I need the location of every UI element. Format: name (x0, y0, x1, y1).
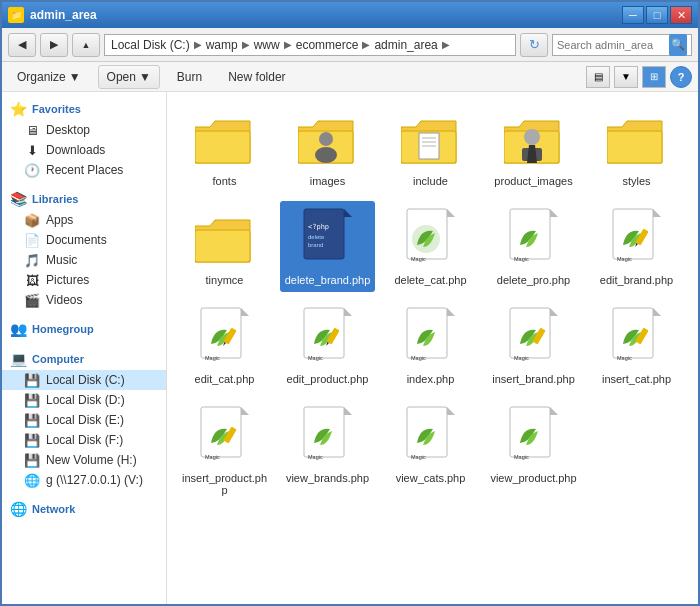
svg-text:Magic: Magic (308, 454, 323, 460)
search-input[interactable] (557, 39, 665, 51)
folder-icon-product-images (502, 108, 566, 172)
svg-marker-83 (550, 407, 558, 415)
svg-rect-1 (195, 131, 250, 163)
sidebar-item-recent[interactable]: 🕐 Recent Places (2, 160, 166, 180)
file-name-delete-brand: delete_brand.php (285, 274, 371, 286)
app-icon: 📁 (8, 7, 24, 23)
file-item-delete-pro[interactable]: Magic delete_pro.php (486, 201, 581, 292)
view-button-2[interactable]: ⊞ (642, 66, 666, 88)
sidebar-item-network-v[interactable]: 🌐 g (\\127.0.0.1) (V:) (2, 470, 166, 490)
sidebar-item-local-d[interactable]: 💾 Local Disk (D:) (2, 390, 166, 410)
help-button[interactable]: ? (670, 66, 692, 88)
sidebar-item-music[interactable]: 🎵 Music (2, 250, 166, 270)
sidebar-item-desktop[interactable]: 🖥 Desktop (2, 120, 166, 140)
php-icon-view-cats: Magic (399, 405, 463, 469)
sidebar-item-apps[interactable]: 📦 Apps (2, 210, 166, 230)
computer-header[interactable]: 💻 Computer (2, 348, 166, 370)
svg-marker-38 (653, 209, 661, 217)
file-name-tinymce: tinymce (206, 274, 244, 286)
php-icon-edit-cat: Magic (193, 306, 257, 370)
close-button[interactable]: ✕ (670, 6, 692, 24)
php-icon-insert-brand: Magic (502, 306, 566, 370)
file-item-product-images[interactable]: product_images (486, 102, 581, 193)
file-item-insert-brand[interactable]: Magic insert_brand.php (486, 300, 581, 391)
sidebar-item-downloads[interactable]: ⬇ Downloads (2, 140, 166, 160)
file-item-delete-cat[interactable]: Magic delete_cat.php (383, 201, 478, 292)
organize-button[interactable]: Organize ▼ (8, 65, 90, 89)
title-bar: 📁 admin_area ─ □ ✕ (2, 2, 698, 28)
search-box[interactable]: 🔍 (552, 34, 692, 56)
file-item-view-brands[interactable]: Magic view_brands.php (280, 399, 375, 502)
php-icon-delete-cat: Magic (399, 207, 463, 271)
file-item-fonts[interactable]: fonts (177, 102, 272, 193)
sidebar-item-local-c[interactable]: 💾 Local Disk (C:) (2, 370, 166, 390)
svg-text:Magic: Magic (308, 355, 323, 361)
favorites-header[interactable]: ⭐ Favorites (2, 98, 166, 120)
file-item-edit-cat[interactable]: Magic edit_cat.php (177, 300, 272, 391)
file-item-edit-product[interactable]: Magic edit_product.php (280, 300, 375, 391)
file-item-index[interactable]: Magic index.php (383, 300, 478, 391)
sidebar-item-local-f[interactable]: 💾 Local Disk (F:) (2, 430, 166, 450)
sidebar: ⭐ Favorites 🖥 Desktop ⬇ Downloads 🕐 Rece… (2, 92, 167, 606)
forward-button[interactable]: ▶ (40, 33, 68, 57)
up-button[interactable]: ▲ (72, 33, 100, 57)
svg-marker-44 (241, 308, 249, 316)
file-item-insert-cat[interactable]: Magic insert_cat.php (589, 300, 684, 391)
svg-marker-56 (447, 308, 455, 316)
file-content-area: fonts images (167, 92, 698, 606)
svg-marker-23 (344, 209, 352, 217)
file-item-insert-product[interactable]: Magic insert_product.php (177, 399, 272, 502)
maximize-button[interactable]: □ (646, 6, 668, 24)
file-item-delete-brand[interactable]: <?php delete brand delete_brand.php (280, 201, 375, 292)
file-item-tinymce[interactable]: tinymce (177, 201, 272, 292)
view-button-1[interactable]: ▤ (586, 66, 610, 88)
homegroup-header[interactable]: 👥 Homegroup (2, 318, 166, 340)
path-www: www (254, 38, 280, 52)
minimize-button[interactable]: ─ (622, 6, 644, 24)
path-c: Local Disk (C:) (111, 38, 190, 52)
view-dropdown-button[interactable]: ▼ (614, 66, 638, 88)
file-item-edit-brand[interactable]: Magic edit_brand.php (589, 201, 684, 292)
back-button[interactable]: ◀ (8, 33, 36, 57)
sidebar-item-volume-h[interactable]: 💾 New Volume (H:) (2, 450, 166, 470)
burn-button[interactable]: Burn (168, 65, 211, 89)
window-title: admin_area (30, 8, 97, 22)
svg-marker-50 (344, 308, 352, 316)
file-item-include[interactable]: include (383, 102, 478, 193)
network-header[interactable]: 🌐 Network (2, 498, 166, 520)
new-folder-button[interactable]: New folder (219, 65, 294, 89)
disk-c-icon: 💾 (24, 372, 40, 388)
php-icon-edit-product: Magic (296, 306, 360, 370)
address-path[interactable]: Local Disk (C:) ▶ wamp ▶ www ▶ ecommerce… (104, 34, 516, 56)
computer-section: 💻 Computer 💾 Local Disk (C:) 💾 Local Dis… (2, 348, 166, 490)
refresh-button[interactable]: ↻ (520, 33, 548, 57)
organize-chevron-icon: ▼ (69, 70, 81, 84)
title-bar-controls[interactable]: ─ □ ✕ (622, 6, 692, 24)
file-item-images[interactable]: images (280, 102, 375, 193)
search-button[interactable]: 🔍 (669, 34, 687, 56)
svg-marker-65 (653, 308, 661, 316)
php-icon-delete-pro: Magic (502, 207, 566, 271)
pictures-icon: 🖼 (24, 272, 40, 288)
file-name-view-cats: view_cats.php (396, 472, 466, 484)
toolbar: Organize ▼ Open ▼ Burn New folder ▤ ▼ ⊞ … (2, 62, 698, 92)
file-item-view-cats[interactable]: Magic view_cats.php (383, 399, 478, 502)
address-bar: ◀ ▶ ▲ Local Disk (C:) ▶ wamp ▶ www ▶ eco… (2, 28, 698, 62)
file-item-view-product[interactable]: Magic view_product.php (486, 399, 581, 502)
svg-text:Magic: Magic (205, 454, 220, 460)
sidebar-item-videos[interactable]: 🎬 Videos (2, 290, 166, 310)
file-item-styles[interactable]: styles (589, 102, 684, 193)
svg-text:Magic: Magic (411, 256, 426, 262)
php-icon-insert-cat: Magic (605, 306, 669, 370)
open-button[interactable]: Open ▼ (98, 65, 160, 89)
libraries-section: 📚 Libraries 📦 Apps 📄 Documents 🎵 Music 🖼… (2, 188, 166, 310)
sidebar-item-local-e[interactable]: 💾 Local Disk (E:) (2, 410, 166, 430)
svg-text:Magic: Magic (617, 355, 632, 361)
apps-icon: 📦 (24, 212, 40, 228)
svg-rect-18 (607, 131, 662, 163)
libraries-header[interactable]: 📚 Libraries (2, 188, 166, 210)
sidebar-item-pictures[interactable]: 🖼 Pictures (2, 270, 166, 290)
file-name-delete-cat: delete_cat.php (394, 274, 466, 286)
documents-icon: 📄 (24, 232, 40, 248)
sidebar-item-documents[interactable]: 📄 Documents (2, 230, 166, 250)
